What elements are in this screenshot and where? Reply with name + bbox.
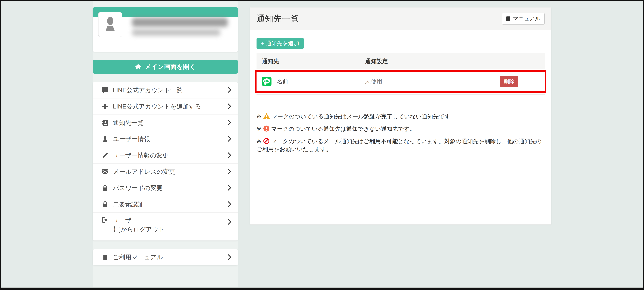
sidebar-item-label: LINE公式アカウント一覧	[113, 86, 224, 94]
sidebar-item-logout[interactable]: ユーザー 】]からログアウト	[93, 213, 238, 240]
user-icon	[101, 136, 109, 142]
sidebar-item-add-line-account[interactable]: LINE公式アカウントを追加する	[93, 98, 238, 115]
lock-icon	[101, 185, 109, 192]
chevron-right-icon	[227, 254, 231, 261]
notes-section: ※ マークのついている通知先はメール認証が完了していない通知先です。 ※ マーク…	[256, 112, 544, 153]
notification-table: 通知先 通知設定 LINE 名前 未使用 削除	[256, 53, 544, 94]
sidebar-item-change-email[interactable]: メールアドレスの変更	[93, 164, 238, 180]
panel-body: + 通知先を追加 通知先 通知設定 LINE 名前 未使用 削除	[250, 30, 551, 153]
manual-button-label: マニュアル	[513, 15, 540, 22]
bottom-divider	[0, 287, 644, 288]
exclamation-circle-icon	[263, 125, 270, 132]
action-cell: 削除	[500, 76, 518, 87]
sidebar-item-label: 二要素認証	[113, 200, 224, 208]
comment-icon	[101, 87, 109, 93]
sidebar-item-label: ユーザー 】]からログアウト	[113, 216, 224, 234]
sidebar-item-line-accounts[interactable]: LINE公式アカウント一覧	[93, 82, 238, 98]
sidebar-item-label: LINE公式アカウントを追加する	[113, 103, 224, 110]
destination-name: 名前	[277, 78, 288, 85]
panel-header: 通知先一覧 マニュアル	[250, 8, 551, 30]
home-icon	[135, 64, 142, 70]
sidebar-item-label: ユーザー情報	[113, 135, 224, 143]
sidebar-item-change-password[interactable]: パスワードの変更	[93, 180, 238, 196]
note-unavailable: ※ マークのついているメール通知先はご利用不可能となっています。対象の通知先を削…	[256, 137, 544, 153]
add-notification-label: + 通知先を追加	[261, 40, 299, 47]
ban-icon	[263, 138, 270, 144]
avatar	[98, 12, 122, 37]
chevron-right-icon	[227, 119, 231, 126]
sidebar-item-label: メールアドレスの変更	[113, 168, 224, 176]
column-header-setting: 通知設定	[365, 58, 539, 65]
open-main-screen-label: メイン画面を開く	[145, 62, 196, 71]
sidebar-item-label: ユーザー情報の変更	[113, 152, 224, 159]
chevron-right-icon	[227, 87, 231, 94]
sidebar-item-label: パスワードの変更	[113, 184, 224, 192]
delete-button[interactable]: 削除	[500, 76, 518, 87]
column-header-destination: 通知先	[262, 58, 365, 65]
sidebar-item-two-factor-auth[interactable]: 二要素認証	[93, 196, 238, 213]
sign-out-icon	[101, 216, 109, 223]
lock-icon	[101, 201, 109, 208]
manual-button[interactable]: マニュアル	[502, 13, 544, 24]
sidebar: メイン画面を開く LINE公式アカウント一覧 LINE公式アカウントを追加する	[93, 7, 238, 265]
book-icon	[101, 254, 109, 261]
sidebar-item-user-info[interactable]: ユーザー情報	[93, 131, 238, 148]
chevron-right-icon	[227, 184, 231, 192]
table-row-highlighted: LINE 名前 未使用 削除	[256, 72, 544, 91]
sidebar-item-usage-manual[interactable]: ご利用マニュアル	[93, 249, 238, 265]
pencil-icon	[101, 152, 109, 158]
sidebar-item-notification-list[interactable]: 通知先一覧	[93, 115, 238, 131]
profile-subtitle-blurred	[132, 29, 220, 36]
chevron-right-icon	[227, 201, 231, 208]
chevron-right-icon	[227, 168, 231, 176]
sidebar-item-label: 通知先一覧	[113, 119, 224, 126]
chevron-right-icon	[227, 218, 231, 226]
person-silhouette-icon	[103, 16, 117, 33]
table-bottom-divider	[256, 94, 544, 94]
profile-card	[93, 7, 238, 52]
chevron-right-icon	[227, 152, 231, 159]
book-icon	[506, 16, 510, 22]
envelope-icon	[101, 169, 109, 174]
page-title: 通知先一覧	[256, 13, 298, 24]
main-panel: 通知先一覧 マニュアル + 通知先を追加 通知先 通知設定	[250, 7, 551, 224]
table-header-row: 通知先 通知設定	[256, 53, 544, 70]
sidebar-menu: LINE公式アカウント一覧 LINE公式アカウントを追加する	[93, 82, 238, 240]
sidebar-item-edit-user-info[interactable]: ユーザー情報の変更	[93, 148, 238, 164]
setting-value: 未使用	[365, 78, 500, 85]
plus-icon	[101, 104, 109, 110]
add-notification-button[interactable]: + 通知先を追加	[256, 38, 304, 49]
chevron-right-icon	[227, 136, 231, 143]
warning-triangle-icon	[263, 113, 270, 120]
profile-name-blurred	[132, 18, 228, 27]
note-cannot-notify: ※ マークのついている通知先は通知できない通知先です。	[256, 125, 544, 133]
destination-cell: LINE 名前	[262, 76, 365, 86]
sidebar-item-label: ご利用マニュアル	[113, 254, 224, 261]
sidebar-manual-card: ご利用マニュアル	[93, 249, 238, 265]
chevron-right-icon	[227, 103, 231, 110]
line-app-icon: LINE	[262, 76, 272, 86]
open-main-screen-button[interactable]: メイン画面を開く	[93, 60, 238, 74]
note-email-unverified: ※ マークのついている通知先はメール認証が完了していない通知先です。	[256, 112, 544, 120]
address-book-icon	[101, 120, 109, 126]
